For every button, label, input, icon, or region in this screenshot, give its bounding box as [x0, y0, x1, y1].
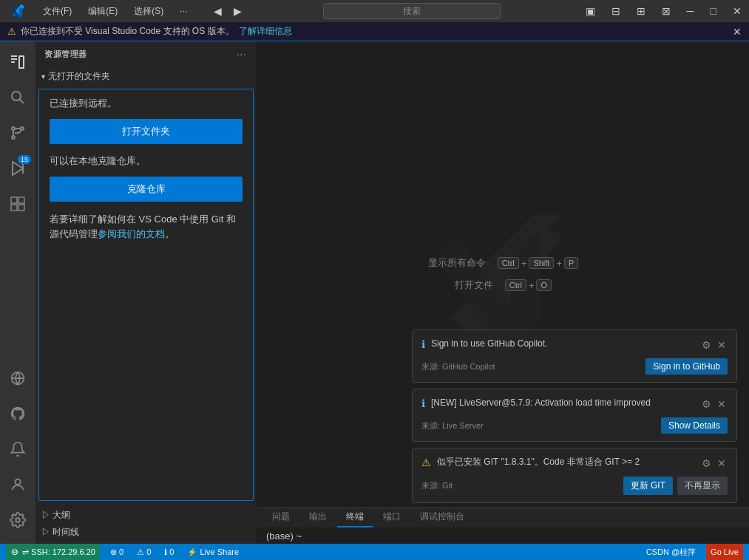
split-button[interactable]: ⊟ — [604, 2, 628, 20]
git-docs-link[interactable]: 参阅我们的文档 — [98, 228, 165, 239]
menu-select[interactable]: 选择(S) — [126, 2, 171, 21]
activity-item-remote[interactable] — [0, 361, 35, 396]
restore-button[interactable]: □ — [703, 2, 724, 20]
menu-file[interactable]: 文件(F) — [35, 2, 79, 21]
open-file-keys: Ctrl + O — [505, 279, 552, 291]
activity-item-settings[interactable] — [0, 502, 35, 538]
status-right: CSDN @桂萍 Go Live — [643, 544, 743, 560]
no-open-folder-label: 无打开的文件夹 — [48, 70, 110, 83]
warning-link[interactable]: 了解详细信息 — [239, 25, 292, 38]
more-button[interactable]: ⊠ — [654, 2, 678, 20]
key-plus2: + — [556, 258, 562, 269]
minimize-button[interactable]: ─ — [679, 2, 702, 20]
sidebar-header: 资源管理器 ··· — [35, 41, 257, 67]
key-plus3: + — [529, 280, 535, 291]
nav-forward-button[interactable]: ▶ — [229, 4, 246, 18]
command-all: 显示所有命令 Ctrl + Shift + P — [428, 256, 579, 270]
open-file-label: 打开文件 — [455, 279, 493, 292]
notification-liveserver-footer: 来源: Live Server Show Details — [421, 417, 728, 434]
show-all-commands-keys: Ctrl + Shift + P — [498, 257, 579, 269]
status-info[interactable]: ℹ 0 — [161, 547, 177, 557]
outline-section[interactable]: ▷ 大纲 — [35, 507, 257, 524]
svg-point-12 — [15, 479, 20, 485]
activity-bottom — [0, 361, 35, 544]
git-actions-top: ⚙ ✕ — [700, 456, 728, 471]
copilot-source: 来源: GitHub Copilot — [421, 361, 495, 372]
svg-rect-10 — [18, 205, 24, 211]
activity-item-search[interactable] — [0, 80, 35, 115]
remote-icon — [10, 547, 19, 556]
layout-button[interactable]: ▣ — [578, 2, 603, 20]
go-live-text: Go Live — [711, 547, 739, 556]
git-close-button[interactable]: ✕ — [716, 456, 728, 471]
warning-icon: ⚠ — [7, 26, 16, 37]
status-go-live[interactable]: Go Live — [706, 544, 743, 560]
git-title: 似乎已安装 GIT "1.8.3.1"。Code 非常适合 GIT >= 2 — [437, 456, 694, 468]
dont-show-again-button[interactable]: 不再显示 — [677, 477, 728, 495]
activity-item-explorer[interactable] — [0, 44, 35, 80]
liveserver-gear-button[interactable]: ⚙ — [700, 397, 713, 412]
activity-item-github[interactable] — [0, 396, 35, 431]
copilot-info-icon: ℹ — [421, 338, 425, 350]
status-remote-item[interactable]: ⇌ SSH: 172.29.6.20 — [6, 544, 100, 560]
panel-tab-ports[interactable]: 端口 — [374, 508, 410, 527]
svg-point-2 — [12, 127, 15, 130]
status-live-share[interactable]: ⚡ Live Share — [184, 547, 242, 557]
main-layout: 15 资源管理器 ··· — [0, 41, 749, 544]
copilot-gear-button[interactable]: ⚙ — [700, 338, 713, 352]
liveserver-close-button[interactable]: ✕ — [716, 397, 728, 412]
sidebar-more-button[interactable]: ··· — [235, 47, 248, 63]
activity-item-extensions[interactable] — [0, 186, 35, 222]
liveserver-title: [NEW] LiveServer@5.7.9: Activation load … — [431, 397, 694, 409]
panel-tab-output[interactable]: 输出 — [300, 508, 336, 527]
warning-close-button[interactable]: ✕ — [733, 26, 742, 38]
menu-bar: 文件(F) 编辑(E) 选择(S) ··· — [35, 2, 194, 21]
activity-bar: 15 — [0, 41, 35, 544]
update-git-button[interactable]: 更新 GIT — [623, 477, 673, 495]
copilot-close-button[interactable]: ✕ — [716, 338, 728, 352]
git-gear-button[interactable]: ⚙ — [700, 456, 713, 471]
activity-item-accounts[interactable] — [0, 467, 35, 502]
key-o: O — [537, 279, 552, 291]
svg-line-1 — [20, 100, 24, 104]
activity-item-source-control[interactable] — [0, 115, 35, 151]
copilot-title: Sign in to use GitHub Copilot. — [431, 338, 694, 350]
nav-buttons: ◀ ▶ — [209, 4, 246, 18]
panel-tab-debug[interactable]: 调试控制台 — [411, 508, 473, 527]
git-info-text: 若要详细了解如何在 VS Code 中使用 Git 和源代码管理参阅我们的文档。 — [50, 212, 243, 241]
close-button[interactable]: ✕ — [725, 2, 749, 20]
search-area — [246, 3, 577, 19]
clone-repo-button[interactable]: 克隆仓库 — [50, 177, 243, 202]
search-input[interactable] — [323, 3, 501, 19]
sidebar-bottom: ▷ 大纲 ▷ 时间线 — [35, 504, 257, 544]
chevron-down-icon: ▾ — [41, 72, 45, 81]
notification-git: ⚠ 似乎已安装 GIT "1.8.3.1"。Code 非常适合 GIT >= 2… — [412, 448, 737, 503]
notifications-container: ℹ Sign in to use GitHub Copilot. ⚙ ✕ 来源:… — [412, 329, 737, 503]
activity-item-run[interactable]: 15 — [0, 151, 35, 186]
git-warn-icon: ⚠ — [421, 457, 431, 468]
svg-rect-9 — [11, 205, 17, 211]
grid-button[interactable]: ⊞ — [629, 2, 653, 20]
status-user[interactable]: CSDN @桂萍 — [643, 547, 699, 558]
command-open: 打开文件 Ctrl + O — [455, 279, 552, 292]
notification-copilot-header: ℹ Sign in to use GitHub Copilot. ⚙ ✕ — [421, 338, 728, 352]
copilot-signin-button[interactable]: Sign in to GitHub — [645, 358, 728, 375]
show-details-button[interactable]: Show Details — [661, 417, 728, 434]
menu-more[interactable]: ··· — [172, 3, 194, 19]
menu-edit[interactable]: 编辑(E) — [81, 2, 125, 21]
status-warnings[interactable]: ⚠ 0 — [134, 547, 154, 557]
panel-tab-terminal[interactable]: 终端 — [337, 508, 373, 527]
panel-tabs: 问题 输出 终端 端口 调试控制台 — [257, 508, 749, 527]
panel-tab-problems[interactable]: 问题 — [263, 508, 299, 527]
activity-item-notifications[interactable] — [0, 431, 35, 467]
timeline-label: ▷ 时间线 — [41, 526, 79, 539]
commands-overlay: 显示所有命令 Ctrl + Shift + P 打开文件 Ctrl + O — [428, 256, 579, 292]
nav-back-button[interactable]: ◀ — [209, 4, 226, 18]
open-folder-button[interactable]: 打开文件夹 — [50, 119, 243, 144]
status-errors[interactable]: ⊗ 0 — [107, 547, 126, 557]
no-open-folder-header[interactable]: ▾ 无打开的文件夹 — [35, 67, 257, 86]
notification-liveserver-header: ℹ [NEW] LiveServer@5.7.9: Activation loa… — [421, 397, 728, 412]
timeline-section[interactable]: ▷ 时间线 — [35, 524, 257, 541]
notification-liveserver: ℹ [NEW] LiveServer@5.7.9: Activation loa… — [412, 389, 737, 442]
svg-rect-8 — [18, 197, 24, 203]
